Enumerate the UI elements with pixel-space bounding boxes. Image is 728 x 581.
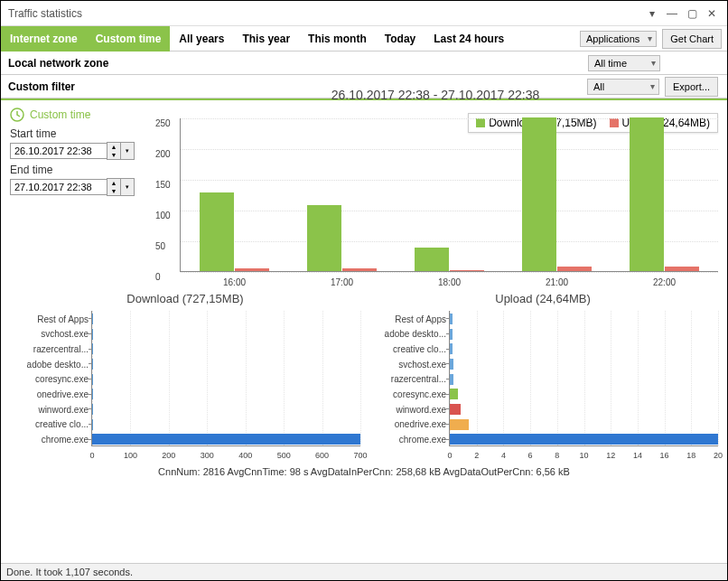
maximize-icon[interactable]: ▢	[684, 7, 700, 20]
tab-internet-zone[interactable]: Internet zone	[1, 26, 87, 52]
clock-icon	[10, 108, 24, 122]
upload-chart-title: Upload (24,64MB)	[368, 292, 718, 305]
dropdown-icon[interactable]: ▾	[644, 7, 660, 20]
close-icon[interactable]: ✕	[704, 7, 720, 20]
status-bar: Done. It took 1,107 seconds.	[1, 563, 727, 580]
local-zone-label[interactable]: Local network zone	[5, 57, 108, 70]
minimize-icon[interactable]: —	[664, 7, 680, 20]
tab-today[interactable]: Today	[376, 26, 425, 52]
toolbar-row2: Local network zone All time	[1, 52, 727, 75]
tab-all-years[interactable]: All years	[170, 26, 233, 52]
spin-down-icon[interactable]: ▼	[107, 151, 120, 159]
get-chart-button[interactable]: Get Chart	[662, 29, 722, 49]
custom-filter-label[interactable]: Custom filter	[5, 80, 75, 93]
applications-dropdown[interactable]: Applications	[580, 31, 657, 47]
custom-time-header: Custom time	[10, 108, 145, 122]
main-bar-chart: 05010015020025016:0017:0018:0021:0022:00	[180, 118, 718, 272]
main-chart-title: 26.10.2017 22:38 - 27.10.2017 22:38	[153, 88, 718, 102]
start-time-input[interactable]	[10, 143, 107, 159]
spin-up-icon[interactable]: ▲	[107, 179, 120, 187]
end-time-input[interactable]	[10, 179, 107, 195]
start-time-label: Start time	[10, 127, 145, 140]
stats-line: CnnNum: 2816 AvgCnnTime: 98 s AvgDataInP…	[10, 466, 718, 477]
download-chart-title: Download (727,15MB)	[10, 292, 360, 305]
tab-this-month[interactable]: This month	[299, 26, 376, 52]
titlebar: Traffic statistics ▾ — ▢ ✕	[1, 1, 727, 26]
end-time-label: End time	[10, 164, 145, 176]
upload-bar-chart: 02468101214161820Rest of Appsadobe deskt…	[449, 311, 718, 446]
spin-down-icon[interactable]: ▼	[107, 187, 120, 195]
toolbar-row1: Internet zone Custom time All years This…	[1, 26, 727, 52]
tab-this-year[interactable]: This year	[233, 26, 299, 52]
spin-up-icon[interactable]: ▲	[107, 143, 120, 151]
calendar-icon[interactable]: ▾	[121, 143, 134, 159]
tab-last-24h[interactable]: Last 24 hours	[425, 26, 513, 52]
tab-custom-time[interactable]: Custom time	[87, 26, 171, 52]
calendar-icon[interactable]: ▾	[121, 179, 134, 195]
download-bar-chart: 0100200300400500600700Rest of Appssvchos…	[91, 311, 360, 446]
window-title: Traffic statistics	[8, 7, 82, 20]
alltime-dropdown[interactable]: All time	[588, 55, 660, 71]
